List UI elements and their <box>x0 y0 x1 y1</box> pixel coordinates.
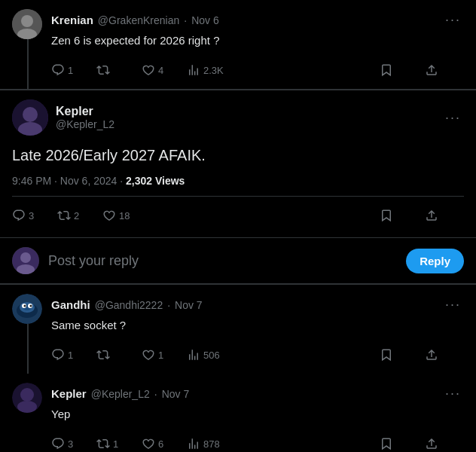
kepler-subreply-bookmark-action[interactable] <box>374 434 419 452</box>
views-icon <box>187 63 200 77</box>
main-like-action[interactable]: 18 <box>96 206 142 225</box>
original-retweet-action[interactable] <box>90 60 136 80</box>
main-share-action[interactable] <box>419 206 464 225</box>
kepler-subreply-actions: 3 1 6 878 <box>45 428 464 452</box>
original-dot: · <box>184 14 187 26</box>
main-tweet-user: Kepler @Kepler_L2 <box>12 99 114 136</box>
kepler-subreply-views-count: 878 <box>203 438 220 450</box>
reply-button[interactable]: Reply <box>406 249 464 273</box>
retweet-icon <box>96 437 110 450</box>
gandhi-thread-line <box>27 324 29 374</box>
like-icon <box>102 209 116 222</box>
like-icon <box>142 348 155 362</box>
main-tweet-meta: 9:46 PM · Nov 6, 2024 · 2,302 Views <box>12 175 464 197</box>
kepler-subreply-content: Kepler @Kepler_L2 · Nov 7 ··· Yep 3 <box>51 383 464 452</box>
kepler-subreply-views-action[interactable]: 878 <box>181 434 226 452</box>
bookmark-icon <box>380 437 393 450</box>
svg-point-16 <box>30 305 32 307</box>
gandhi-retweet-action[interactable] <box>90 345 136 365</box>
main-reply-count: 3 <box>29 210 34 221</box>
original-bookmark-action[interactable] <box>374 60 419 80</box>
main-retweet-count: 2 <box>74 210 79 221</box>
reply-icon <box>51 63 65 77</box>
retweet-icon <box>96 348 110 362</box>
gandhi-views-action[interactable]: 506 <box>181 345 226 365</box>
main-bookmark-action[interactable] <box>374 206 419 225</box>
share-icon <box>425 348 438 362</box>
svg-point-7 <box>20 252 31 263</box>
main-tweet-text: Late 2026/Early 2027 AFAIK. <box>12 145 464 166</box>
main-display-name: Kepler <box>56 105 114 118</box>
reply-input[interactable]: Post your reply <box>48 253 397 269</box>
kepler-subreply-header: Kepler @Kepler_L2 · Nov 7 ··· <box>51 383 464 405</box>
bookmark-icon <box>380 209 393 222</box>
gandhi-reply-action[interactable]: 1 <box>45 345 90 365</box>
like-icon <box>142 437 155 450</box>
avatar-krenian[interactable] <box>12 9 42 39</box>
main-more-button[interactable]: ··· <box>442 107 464 129</box>
gandhi-views-count: 506 <box>203 350 220 361</box>
avatar-kepler-main[interactable] <box>12 99 48 136</box>
original-tweet-thread: Krenian @GrakenKrenian · Nov 6 ··· Zen 6… <box>0 0 476 90</box>
avatar-kepler-subreply[interactable] <box>12 383 42 413</box>
avatar-gandhi[interactable] <box>12 294 42 324</box>
original-username: @GrakenKrenian <box>98 14 179 26</box>
original-tweet: Krenian @GrakenKrenian · Nov 6 ··· Zen 6… <box>0 0 476 89</box>
like-icon <box>142 63 155 77</box>
kepler-subreply-tweet: Kepler @Kepler_L2 · Nov 7 ··· Yep 3 <box>0 374 476 452</box>
replies-section: Gandhi @Gandhi2222 · Nov 7 ··· Same sock… <box>0 284 476 452</box>
original-like-count: 4 <box>158 65 163 76</box>
thread-line <box>27 39 29 89</box>
original-views-count: 2.3K <box>203 65 224 76</box>
gandhi-more-button[interactable]: ··· <box>442 294 464 316</box>
share-icon <box>425 63 438 77</box>
original-like-action[interactable]: 4 <box>136 60 181 80</box>
bookmark-icon <box>380 63 393 77</box>
main-retweet-action[interactable]: 2 <box>51 206 96 225</box>
kepler-subreply-username: @Kepler_L2 <box>91 388 150 400</box>
reply-icon <box>12 209 26 222</box>
original-more-button[interactable]: ··· <box>442 9 464 31</box>
kepler-subreply-like-count: 6 <box>158 438 163 450</box>
gandhi-reply-count: 1 <box>68 350 73 361</box>
svg-point-15 <box>24 305 26 307</box>
avatar-current-user <box>12 247 39 274</box>
views-icon <box>187 437 200 450</box>
gandhi-tweet-content: Gandhi @Gandhi2222 · Nov 7 ··· Same sock… <box>51 294 464 374</box>
original-views-action[interactable]: 2.3K <box>181 60 230 80</box>
gandhi-like-count: 1 <box>158 350 163 361</box>
gandhi-bookmark-action[interactable] <box>374 345 419 365</box>
retweet-icon <box>57 209 71 222</box>
original-share-action[interactable] <box>419 60 464 80</box>
main-username: @Kepler_L2 <box>56 118 114 130</box>
svg-point-4 <box>23 107 38 122</box>
views-icon <box>187 348 200 362</box>
kepler-subreply-share-action[interactable] <box>419 434 464 452</box>
gandhi-display-name: Gandhi <box>51 298 90 311</box>
main-tweet-views: 2,302 Views <box>126 175 185 187</box>
share-icon <box>425 437 438 450</box>
original-reply-count: 1 <box>68 65 73 76</box>
gandhi-tweet-text: Same socket ? <box>51 317 464 333</box>
main-like-count: 18 <box>119 210 130 221</box>
original-display-name: Krenian <box>51 14 93 26</box>
bookmark-icon <box>380 348 393 362</box>
share-icon <box>425 209 438 222</box>
kepler-subreply-retweet-count: 1 <box>113 438 118 450</box>
kepler-subreply-more-button[interactable]: ··· <box>442 383 464 405</box>
original-tweet-header: Krenian @GrakenKrenian · Nov 6 ··· <box>51 9 464 31</box>
gandhi-time: Nov 7 <box>175 299 203 311</box>
original-tweet-content: Krenian @GrakenKrenian · Nov 6 ··· Zen 6… <box>51 9 464 89</box>
main-tweet-actions: 3 2 18 <box>6 206 464 228</box>
gandhi-share-action[interactable] <box>419 345 464 365</box>
svg-point-19 <box>17 401 37 413</box>
kepler-subreply-like-action[interactable]: 6 <box>136 434 181 452</box>
kepler-subreply-reply-count: 3 <box>68 438 73 450</box>
kepler-subreply-reply-action[interactable]: 3 <box>45 434 90 452</box>
kepler-subreply-retweet-action[interactable]: 1 <box>90 434 136 452</box>
original-reply-action[interactable]: 1 <box>45 60 90 80</box>
main-tweet: Kepler @Kepler_L2 ··· Late 2026/Early 20… <box>0 90 476 238</box>
main-reply-action[interactable]: 3 <box>6 206 51 225</box>
reply-icon <box>51 348 65 362</box>
gandhi-like-action[interactable]: 1 <box>136 345 181 365</box>
